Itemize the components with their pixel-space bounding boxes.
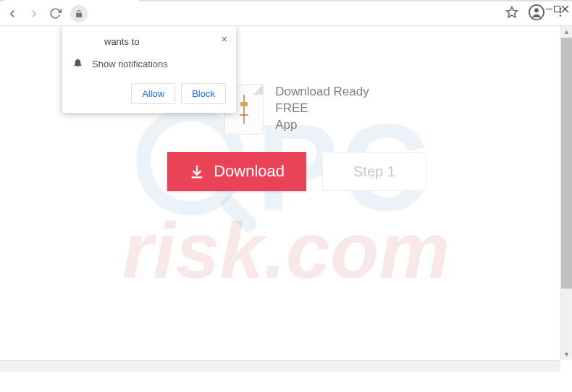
browser-toolbar bbox=[0, 1, 572, 26]
step-label: Step 1 bbox=[353, 163, 395, 179]
vertical-scrollbar[interactable]: ▲ ▼ bbox=[560, 26, 572, 360]
lock-icon[interactable] bbox=[70, 5, 88, 22]
download-icon bbox=[189, 163, 205, 179]
close-icon[interactable]: × bbox=[222, 33, 227, 45]
prompt-header: wants to bbox=[72, 36, 226, 47]
svg-marker-4 bbox=[507, 7, 518, 17]
file-card: Download Ready FREE App bbox=[224, 84, 369, 135]
scroll-thumb[interactable] bbox=[561, 38, 572, 289]
button-row: Download Step 1 bbox=[167, 152, 426, 191]
file-line3: App bbox=[275, 117, 369, 134]
scroll-up-icon[interactable]: ▲ bbox=[561, 26, 572, 38]
svg-rect-1 bbox=[555, 7, 560, 12]
minimize-button[interactable] bbox=[545, 3, 553, 16]
bookmark-icon[interactable] bbox=[505, 6, 518, 22]
close-window-button[interactable] bbox=[561, 3, 569, 16]
file-line2: FREE bbox=[275, 101, 369, 117]
profile-icon[interactable] bbox=[529, 4, 544, 23]
file-text: Download Ready FREE App bbox=[275, 84, 369, 134]
block-button[interactable]: Block bbox=[181, 83, 226, 104]
svg-rect-11 bbox=[240, 102, 248, 106]
window-controls bbox=[545, 3, 569, 16]
new-tab-button[interactable]: + bbox=[143, 0, 162, 1]
reload-button[interactable] bbox=[49, 7, 62, 20]
download-button[interactable]: Download bbox=[167, 152, 306, 191]
file-line1: Download Ready bbox=[275, 84, 369, 101]
page-content: PC risk.com Download Ready FREE App Down… bbox=[0, 26, 572, 372]
address-bar[interactable] bbox=[70, 5, 497, 22]
forward-button[interactable] bbox=[28, 7, 41, 20]
permission-prompt: × wants to Show notifications Allow Bloc… bbox=[62, 26, 236, 113]
bell-icon bbox=[72, 57, 83, 70]
step-button[interactable]: Step 1 bbox=[322, 152, 426, 191]
download-label: Download bbox=[214, 162, 285, 181]
allow-button[interactable]: Allow bbox=[131, 83, 175, 104]
prompt-message: Show notifications bbox=[92, 59, 168, 69]
browser-tab[interactable]: Install Required × bbox=[4, 0, 139, 1]
back-button[interactable] bbox=[6, 7, 19, 20]
horizontal-scrollbar[interactable] bbox=[0, 360, 560, 372]
svg-point-6 bbox=[534, 8, 539, 12]
maximize-button[interactable] bbox=[553, 3, 561, 16]
scroll-down-icon[interactable]: ▼ bbox=[561, 349, 572, 360]
